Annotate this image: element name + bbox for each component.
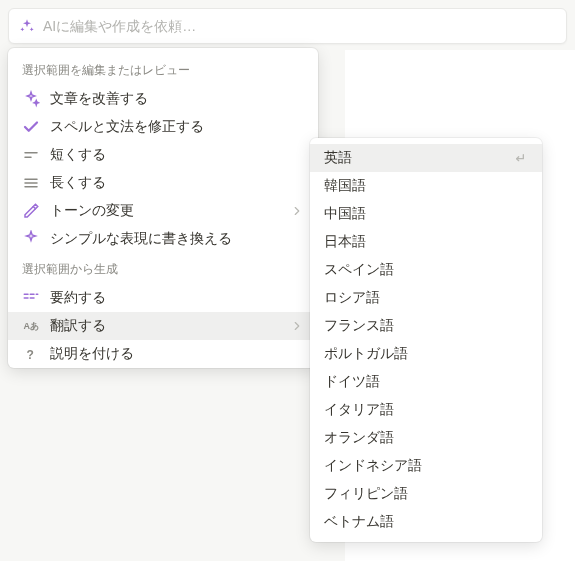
lengthen-icon bbox=[22, 174, 40, 192]
language-option[interactable]: ベトナム語 bbox=[310, 508, 542, 536]
ai-prompt-bar[interactable] bbox=[8, 8, 567, 44]
menu-item-tone[interactable]: トーンの変更 bbox=[8, 197, 318, 225]
language-option[interactable]: インドネシア語 bbox=[310, 452, 542, 480]
language-option[interactable]: 日本語 bbox=[310, 228, 542, 256]
menu-label: 要約する bbox=[50, 289, 304, 307]
translate-language-submenu: 英語韓国語中国語日本語スペイン語ロシア語フランス語ポルトガル語ドイツ語イタリア語… bbox=[310, 138, 542, 542]
language-label: インドネシア語 bbox=[324, 457, 528, 475]
enter-icon bbox=[512, 150, 528, 166]
menu-item-improve[interactable]: 文章を改善する bbox=[8, 85, 318, 113]
check-icon bbox=[22, 118, 40, 136]
language-option[interactable]: 英語 bbox=[310, 144, 542, 172]
simplify-icon bbox=[22, 230, 40, 248]
language-label: 韓国語 bbox=[324, 177, 528, 195]
section-header-edit: 選択範囲を編集またはレビュー bbox=[8, 54, 318, 85]
shorten-icon bbox=[22, 146, 40, 164]
menu-label: 短くする bbox=[50, 146, 304, 164]
translate-icon: Aあ bbox=[22, 317, 40, 335]
language-option[interactable]: イタリア語 bbox=[310, 396, 542, 424]
language-label: フランス語 bbox=[324, 317, 528, 335]
language-option[interactable]: フィリピン語 bbox=[310, 480, 542, 508]
language-option[interactable]: 中国語 bbox=[310, 200, 542, 228]
language-option[interactable]: ドイツ語 bbox=[310, 368, 542, 396]
menu-item-translate[interactable]: Aあ 翻訳する bbox=[8, 312, 318, 340]
language-label: イタリア語 bbox=[324, 401, 528, 419]
menu-label: 長くする bbox=[50, 174, 304, 192]
language-option[interactable]: フランス語 bbox=[310, 312, 542, 340]
menu-item-spellcheck[interactable]: スペルと文法を修正する bbox=[8, 113, 318, 141]
sparkle-icon bbox=[22, 90, 40, 108]
menu-item-summarize[interactable]: 要約する bbox=[8, 284, 318, 312]
summary-icon bbox=[22, 289, 40, 307]
svg-text:?: ? bbox=[27, 348, 34, 362]
question-icon: ? bbox=[22, 345, 40, 363]
ai-actions-panel: 選択範囲を編集またはレビュー 文章を改善する スペルと文法を修正する 短くする … bbox=[8, 48, 318, 368]
language-label: ドイツ語 bbox=[324, 373, 528, 391]
menu-label: スペルと文法を修正する bbox=[50, 118, 304, 136]
menu-item-longer[interactable]: 長くする bbox=[8, 169, 318, 197]
language-option[interactable]: オランダ語 bbox=[310, 424, 542, 452]
language-option[interactable]: ロシア語 bbox=[310, 284, 542, 312]
language-label: 中国語 bbox=[324, 205, 528, 223]
language-option[interactable]: スペイン語 bbox=[310, 256, 542, 284]
language-label: 英語 bbox=[324, 149, 512, 167]
chevron-right-icon bbox=[290, 319, 304, 333]
language-label: ロシア語 bbox=[324, 289, 528, 307]
language-label: スペイン語 bbox=[324, 261, 528, 279]
menu-label: シンプルな表現に書き換える bbox=[50, 230, 304, 248]
language-label: フィリピン語 bbox=[324, 485, 528, 503]
language-option[interactable]: ポルトガル語 bbox=[310, 340, 542, 368]
sparkle-icon bbox=[19, 18, 35, 34]
language-label: 日本語 bbox=[324, 233, 528, 251]
language-label: ポルトガル語 bbox=[324, 345, 528, 363]
menu-item-simplify[interactable]: シンプルな表現に書き換える bbox=[8, 225, 318, 253]
language-option[interactable]: 韓国語 bbox=[310, 172, 542, 200]
menu-label: 文章を改善する bbox=[50, 90, 304, 108]
menu-label: 説明を付ける bbox=[50, 345, 304, 363]
menu-item-explain[interactable]: ? 説明を付ける bbox=[8, 340, 318, 368]
ai-prompt-input[interactable] bbox=[43, 18, 556, 34]
menu-item-shorter[interactable]: 短くする bbox=[8, 141, 318, 169]
svg-text:Aあ: Aあ bbox=[24, 321, 40, 331]
language-label: ベトナム語 bbox=[324, 513, 528, 531]
chevron-right-icon bbox=[290, 204, 304, 218]
language-label: オランダ語 bbox=[324, 429, 528, 447]
microphone-icon bbox=[22, 202, 40, 220]
menu-label: トーンの変更 bbox=[50, 202, 290, 220]
section-header-generate: 選択範囲から生成 bbox=[8, 253, 318, 284]
menu-label: 翻訳する bbox=[50, 317, 290, 335]
